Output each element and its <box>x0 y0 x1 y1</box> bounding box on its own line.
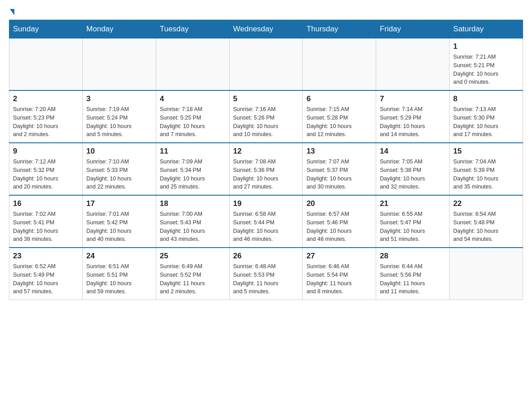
day-info: Sunrise: 7:01 AM Sunset: 5:42 PM Dayligh… <box>86 210 152 244</box>
day-number: 15 <box>453 147 519 156</box>
day-info: Sunrise: 6:51 AM Sunset: 5:51 PM Dayligh… <box>86 262 152 296</box>
day-info: Sunrise: 7:07 AM Sunset: 5:37 PM Dayligh… <box>306 158 372 191</box>
day-info: Sunrise: 6:57 AM Sunset: 5:46 PM Dayligh… <box>306 210 372 244</box>
calendar-week-2: 2Sunrise: 7:20 AM Sunset: 5:23 PM Daylig… <box>9 90 523 143</box>
weekday-header-sunday: Sunday <box>9 20 83 39</box>
weekday-header-row: SundayMondayTuesdayWednesdayThursdayFrid… <box>9 20 523 39</box>
day-number: 16 <box>13 199 79 208</box>
calendar-week-3: 9Sunrise: 7:12 AM Sunset: 5:32 PM Daylig… <box>9 143 523 195</box>
day-info: Sunrise: 6:46 AM Sunset: 5:54 PM Dayligh… <box>306 262 372 296</box>
page-header <box>9 9 523 15</box>
weekday-header-thursday: Thursday <box>303 20 376 39</box>
calendar-cell: 4Sunrise: 7:18 AM Sunset: 5:25 PM Daylig… <box>156 90 229 143</box>
logo-arrow-icon <box>10 9 14 15</box>
calendar-cell: 25Sunrise: 6:49 AM Sunset: 5:52 PM Dayli… <box>156 248 229 300</box>
day-number: 4 <box>160 94 226 103</box>
calendar-cell: 8Sunrise: 7:13 AM Sunset: 5:30 PM Daylig… <box>450 90 523 143</box>
day-number: 21 <box>380 199 446 208</box>
day-info: Sunrise: 7:08 AM Sunset: 5:36 PM Dayligh… <box>233 158 299 191</box>
day-number: 1 <box>453 42 519 51</box>
day-info: Sunrise: 7:00 AM Sunset: 5:43 PM Dayligh… <box>160 210 226 244</box>
day-number: 26 <box>233 252 299 261</box>
calendar-cell: 15Sunrise: 7:04 AM Sunset: 5:39 PM Dayli… <box>450 143 523 195</box>
calendar-week-5: 23Sunrise: 6:52 AM Sunset: 5:49 PM Dayli… <box>9 248 523 300</box>
day-number: 11 <box>160 147 226 156</box>
day-info: Sunrise: 6:48 AM Sunset: 5:53 PM Dayligh… <box>233 262 299 296</box>
day-info: Sunrise: 7:09 AM Sunset: 5:34 PM Dayligh… <box>160 158 226 191</box>
day-info: Sunrise: 6:55 AM Sunset: 5:47 PM Dayligh… <box>380 210 446 244</box>
day-info: Sunrise: 7:04 AM Sunset: 5:39 PM Dayligh… <box>453 158 519 191</box>
day-number: 13 <box>306 147 372 156</box>
day-info: Sunrise: 7:02 AM Sunset: 5:41 PM Dayligh… <box>13 210 79 244</box>
calendar-cell: 20Sunrise: 6:57 AM Sunset: 5:46 PM Dayli… <box>303 195 376 248</box>
day-info: Sunrise: 7:12 AM Sunset: 5:32 PM Dayligh… <box>13 158 79 191</box>
logo <box>9 9 14 15</box>
day-info: Sunrise: 7:16 AM Sunset: 5:26 PM Dayligh… <box>233 105 299 139</box>
calendar-cell: 22Sunrise: 6:54 AM Sunset: 5:48 PM Dayli… <box>450 195 523 248</box>
calendar-cell: 16Sunrise: 7:02 AM Sunset: 5:41 PM Dayli… <box>9 195 83 248</box>
calendar-week-4: 16Sunrise: 7:02 AM Sunset: 5:41 PM Dayli… <box>9 195 523 248</box>
day-number: 9 <box>13 147 79 156</box>
day-number: 19 <box>233 199 299 208</box>
calendar-cell: 10Sunrise: 7:10 AM Sunset: 5:33 PM Dayli… <box>82 143 156 195</box>
day-info: Sunrise: 7:18 AM Sunset: 5:25 PM Dayligh… <box>160 105 226 139</box>
day-number: 25 <box>160 252 226 261</box>
weekday-header-tuesday: Tuesday <box>156 20 229 39</box>
calendar-cell <box>229 39 303 91</box>
day-info: Sunrise: 6:58 AM Sunset: 5:44 PM Dayligh… <box>233 210 299 244</box>
day-info: Sunrise: 6:49 AM Sunset: 5:52 PM Dayligh… <box>160 262 226 296</box>
calendar-cell: 11Sunrise: 7:09 AM Sunset: 5:34 PM Dayli… <box>156 143 229 195</box>
day-info: Sunrise: 7:20 AM Sunset: 5:23 PM Dayligh… <box>13 105 79 139</box>
calendar-cell <box>156 39 229 91</box>
calendar-cell: 6Sunrise: 7:15 AM Sunset: 5:28 PM Daylig… <box>303 90 376 143</box>
day-number: 22 <box>453 199 519 208</box>
weekday-header-friday: Friday <box>376 20 450 39</box>
day-number: 27 <box>306 252 372 261</box>
calendar-cell: 24Sunrise: 6:51 AM Sunset: 5:51 PM Dayli… <box>82 248 156 300</box>
weekday-header-wednesday: Wednesday <box>229 20 303 39</box>
day-number: 5 <box>233 94 299 103</box>
day-info: Sunrise: 6:54 AM Sunset: 5:48 PM Dayligh… <box>453 210 519 244</box>
calendar-cell: 12Sunrise: 7:08 AM Sunset: 5:36 PM Dayli… <box>229 143 303 195</box>
calendar-cell <box>303 39 376 91</box>
day-number: 24 <box>86 252 152 261</box>
calendar-table: SundayMondayTuesdayWednesdayThursdayFrid… <box>9 20 523 300</box>
calendar-cell: 1Sunrise: 7:21 AM Sunset: 5:21 PM Daylig… <box>450 39 523 91</box>
calendar-cell: 27Sunrise: 6:46 AM Sunset: 5:54 PM Dayli… <box>303 248 376 300</box>
calendar-week-1: 1Sunrise: 7:21 AM Sunset: 5:21 PM Daylig… <box>9 39 523 91</box>
day-info: Sunrise: 7:13 AM Sunset: 5:30 PM Dayligh… <box>453 105 519 139</box>
calendar-cell: 26Sunrise: 6:48 AM Sunset: 5:53 PM Dayli… <box>229 248 303 300</box>
calendar-cell <box>450 248 523 300</box>
calendar-cell: 21Sunrise: 6:55 AM Sunset: 5:47 PM Dayli… <box>376 195 450 248</box>
day-info: Sunrise: 6:52 AM Sunset: 5:49 PM Dayligh… <box>13 262 79 296</box>
calendar-cell: 5Sunrise: 7:16 AM Sunset: 5:26 PM Daylig… <box>229 90 303 143</box>
calendar-cell: 3Sunrise: 7:19 AM Sunset: 5:24 PM Daylig… <box>82 90 156 143</box>
calendar-cell <box>9 39 83 91</box>
weekday-header-saturday: Saturday <box>450 20 523 39</box>
day-number: 3 <box>86 94 152 103</box>
calendar-cell: 23Sunrise: 6:52 AM Sunset: 5:49 PM Dayli… <box>9 248 83 300</box>
day-info: Sunrise: 7:10 AM Sunset: 5:33 PM Dayligh… <box>86 158 152 191</box>
day-number: 28 <box>380 252 446 261</box>
calendar-cell: 18Sunrise: 7:00 AM Sunset: 5:43 PM Dayli… <box>156 195 229 248</box>
day-info: Sunrise: 6:44 AM Sunset: 5:56 PM Dayligh… <box>380 262 446 296</box>
day-number: 10 <box>86 147 152 156</box>
calendar-cell: 9Sunrise: 7:12 AM Sunset: 5:32 PM Daylig… <box>9 143 83 195</box>
day-number: 17 <box>86 199 152 208</box>
day-number: 12 <box>233 147 299 156</box>
calendar-cell <box>82 39 156 91</box>
day-info: Sunrise: 7:14 AM Sunset: 5:29 PM Dayligh… <box>380 105 446 139</box>
weekday-header-monday: Monday <box>82 20 156 39</box>
calendar-cell: 7Sunrise: 7:14 AM Sunset: 5:29 PM Daylig… <box>376 90 450 143</box>
day-info: Sunrise: 7:05 AM Sunset: 5:38 PM Dayligh… <box>380 158 446 191</box>
day-info: Sunrise: 7:15 AM Sunset: 5:28 PM Dayligh… <box>306 105 372 139</box>
day-number: 6 <box>306 94 372 103</box>
day-number: 8 <box>453 94 519 103</box>
day-info: Sunrise: 7:21 AM Sunset: 5:21 PM Dayligh… <box>453 53 519 86</box>
day-number: 7 <box>380 94 446 103</box>
day-number: 20 <box>306 199 372 208</box>
day-number: 14 <box>380 147 446 156</box>
day-number: 18 <box>160 199 226 208</box>
calendar-cell: 14Sunrise: 7:05 AM Sunset: 5:38 PM Dayli… <box>376 143 450 195</box>
day-number: 23 <box>13 252 79 261</box>
